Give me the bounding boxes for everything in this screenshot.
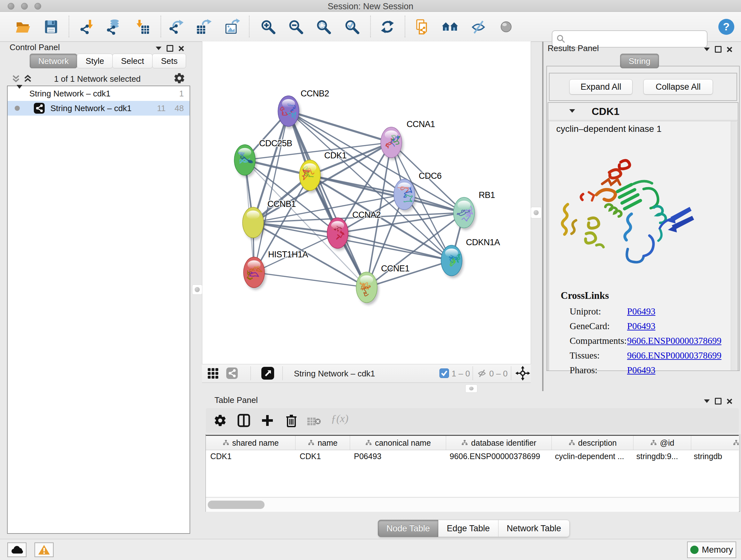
delete-column-icon[interactable] — [284, 413, 298, 429]
network-view-share-icon[interactable] — [226, 368, 238, 380]
node-label: CCNB1 — [267, 199, 296, 209]
close-panel-icon[interactable] — [179, 46, 184, 51]
collapse-all-networks-icon[interactable] — [23, 74, 32, 85]
node-gloss — [248, 260, 261, 269]
open-session-icon[interactable] — [14, 17, 32, 36]
float-panel-icon[interactable] — [166, 45, 173, 52]
crosslink-link[interactable]: P06493 — [627, 365, 656, 375]
collapse-panel-icon[interactable] — [704, 399, 710, 403]
table-row[interactable]: CDK1CDK1P064939606.ENSP00000378699cyclin… — [206, 450, 739, 463]
right-splitter-handle[interactable] — [531, 207, 542, 219]
network-edge — [310, 175, 464, 212]
help-button[interactable]: ? — [718, 17, 735, 36]
eye-icon[interactable] — [497, 17, 515, 36]
collapse-panel-icon[interactable] — [704, 48, 710, 51]
table-settings-gear-icon[interactable] — [213, 414, 227, 428]
table-cell: stringdb:9... — [632, 450, 689, 463]
tab-sets[interactable]: Sets — [152, 54, 186, 68]
node-gloss — [304, 164, 317, 172]
crosslink-link[interactable]: 9606.ENSP00000378699 — [627, 335, 722, 346]
tab-network-table[interactable]: Network Table — [498, 520, 570, 537]
crosslink-link[interactable]: P06493 — [627, 306, 656, 317]
pan-crosshair-icon[interactable] — [515, 366, 530, 382]
column-header-description[interactable]: description — [552, 436, 633, 450]
tab-string[interactable]: String — [620, 54, 659, 68]
memory-button[interactable]: Memory — [687, 542, 736, 558]
save-session-icon[interactable] — [42, 17, 60, 36]
table-body: CDK1CDK1P064939606.ENSP00000378699cyclin… — [206, 450, 739, 497]
close-panel-icon[interactable] — [727, 47, 732, 52]
float-panel-icon[interactable] — [715, 398, 722, 405]
network-row[interactable]: String Network – cdk1 11 48 — [8, 101, 190, 116]
collapse-all-button[interactable]: Collapse All — [643, 79, 713, 95]
export-table-icon[interactable] — [194, 17, 212, 36]
collection-expand-icon[interactable] — [17, 89, 22, 99]
zoom-selected-icon[interactable] — [343, 17, 361, 36]
separator — [282, 366, 283, 380]
close-panel-icon[interactable] — [727, 398, 732, 404]
expand-all-networks-icon[interactable] — [11, 74, 21, 85]
warnings-button[interactable] — [35, 543, 54, 557]
collapse-panel-icon[interactable] — [156, 47, 161, 50]
column-header-namespace[interactable]: namespace — [691, 436, 739, 450]
network-collection-row[interactable]: String Network – cdk1 1 — [8, 86, 190, 101]
birds-eye-view-icon[interactable] — [261, 367, 274, 381]
add-column-icon[interactable] — [261, 414, 274, 428]
results-scrollbar[interactable] — [731, 121, 736, 370]
table-horizontal-scrollbar[interactable] — [206, 497, 739, 512]
import-table-icon[interactable] — [134, 17, 151, 36]
column-header-name[interactable]: name — [295, 436, 350, 450]
column-header-id[interactable]: @id — [633, 436, 691, 450]
column-header-database-identifier[interactable]: database identifier — [446, 436, 552, 450]
zoom-fit-icon[interactable] — [315, 17, 333, 36]
selected-nodes-checkbox[interactable] — [440, 368, 449, 378]
tab-select[interactable]: Select — [112, 54, 152, 68]
export-image-icon[interactable] — [223, 17, 241, 36]
home-icon[interactable] — [441, 17, 459, 36]
tab-edge-table[interactable]: Edge Table — [438, 520, 498, 537]
gene-collapse-icon[interactable] — [569, 109, 575, 113]
tab-network[interactable]: Network — [30, 54, 77, 68]
network-options-gear-icon[interactable] — [173, 72, 185, 85]
hide-graphics-icon[interactable] — [469, 17, 487, 36]
cloud-button[interactable] — [7, 543, 26, 557]
grid-view-icon[interactable] — [207, 368, 219, 380]
show-columns-icon[interactable] — [237, 413, 251, 429]
export-network-icon[interactable] — [167, 17, 185, 36]
tab-style[interactable]: Style — [77, 54, 113, 68]
document-network-icon[interactable] — [413, 17, 431, 36]
expand-all-button[interactable]: Expand All — [569, 79, 632, 95]
import-network-icon[interactable] — [78, 17, 96, 36]
toolbar-separator — [69, 16, 69, 37]
results-panel-divider[interactable] — [542, 42, 543, 391]
float-panel-icon[interactable] — [715, 46, 722, 53]
crosslink-link[interactable]: 9606.ENSP00000378699 — [627, 350, 722, 361]
separator — [511, 366, 511, 380]
delete-table-icon — [307, 416, 321, 428]
network-canvas[interactable]: CCNB2CCNA1CDC25BCDK1CDC6RB1CCNB1CCNA2CDK… — [202, 42, 531, 364]
tab-node-table[interactable]: Node Table — [378, 520, 439, 537]
warning-icon — [38, 544, 50, 555]
horizontal-splitter-handle[interactable] — [465, 384, 477, 393]
column-header-shared-name[interactable]: shared name — [206, 436, 295, 450]
zoom-out-icon[interactable] — [287, 17, 305, 36]
network-edge-count: 48 — [175, 104, 184, 113]
separator — [251, 366, 251, 380]
zoom-in-icon[interactable] — [259, 17, 277, 36]
node-label: CCNE1 — [381, 264, 409, 273]
search-icon — [556, 34, 566, 44]
left-splitter-handle[interactable] — [192, 285, 202, 295]
crosslink-link[interactable]: P06493 — [627, 321, 656, 331]
refresh-icon[interactable] — [379, 17, 396, 36]
node-gloss — [385, 131, 398, 139]
memory-status-dot — [690, 546, 698, 554]
table-cell: CDK1 — [206, 450, 295, 463]
column-header-canonical-name[interactable]: canonical name — [350, 436, 446, 450]
scrollbar-thumb[interactable] — [208, 501, 265, 509]
crosslink-row: Tissues:9606.ENSP00000378699 — [569, 348, 729, 363]
node-gloss — [331, 221, 344, 230]
control-panel-tabs: NetworkStyleSelectSets — [30, 54, 186, 68]
network-view-title: String Network – cdk1 — [294, 369, 375, 379]
toolbar-separator — [405, 16, 405, 37]
import-database-icon[interactable] — [105, 17, 122, 36]
